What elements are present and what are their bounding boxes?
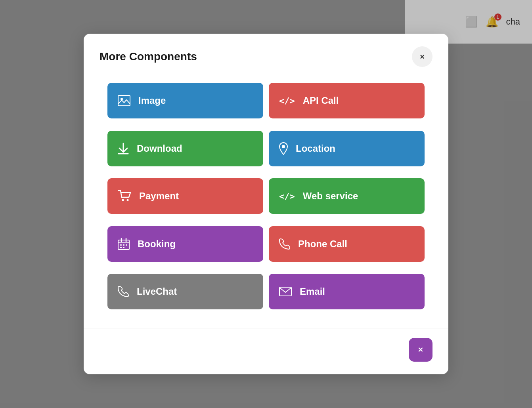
component-image-button[interactable]: Image	[107, 83, 263, 118]
image-icon	[118, 95, 130, 106]
svg-point-4	[122, 199, 124, 201]
svg-rect-15	[279, 287, 291, 296]
components-grid: Image </> API Call Download	[84, 75, 448, 328]
component-web-service-button[interactable]: </> Web service	[269, 178, 425, 214]
component-email-button[interactable]: Email	[269, 274, 425, 309]
email-label: Email	[300, 286, 325, 297]
download-label: Download	[137, 143, 182, 154]
modal-title: More Components	[100, 50, 197, 63]
svg-rect-13	[120, 247, 122, 248]
svg-rect-10	[120, 244, 122, 246]
phone-icon	[279, 238, 290, 250]
svg-rect-12	[126, 244, 127, 246]
more-components-modal: More Components × Image </> API Call	[84, 34, 448, 374]
calendar-icon	[118, 238, 130, 250]
svg-rect-14	[123, 247, 124, 248]
footer-close-button[interactable]: ×	[409, 338, 432, 362]
web-service-label: Web service	[303, 191, 358, 202]
email-icon	[279, 287, 292, 296]
location-label: Location	[296, 143, 335, 154]
livechat-phone-icon	[118, 286, 129, 297]
component-livechat-button[interactable]: LiveChat	[107, 274, 263, 309]
api-call-label: API Call	[303, 95, 339, 106]
modal-close-button[interactable]: ×	[412, 46, 432, 67]
component-download-button[interactable]: Download	[107, 131, 263, 166]
svg-rect-11	[123, 244, 124, 246]
code-icon-ws: </>	[279, 191, 295, 201]
booking-label: Booking	[138, 238, 176, 250]
component-booking-button[interactable]: Booking	[107, 226, 263, 262]
location-icon	[279, 142, 288, 155]
livechat-label: LiveChat	[137, 286, 177, 297]
component-api-call-button[interactable]: </> API Call	[269, 83, 425, 118]
cart-icon	[118, 190, 131, 202]
phone-call-label: Phone Call	[298, 238, 347, 250]
modal-header: More Components ×	[84, 34, 448, 75]
svg-point-5	[127, 199, 129, 201]
svg-rect-0	[118, 95, 130, 106]
modal-overlay: More Components × Image </> API Call	[0, 0, 532, 408]
modal-footer: ×	[84, 328, 448, 374]
component-location-button[interactable]: Location	[269, 131, 425, 166]
component-phone-call-button[interactable]: Phone Call	[269, 226, 425, 262]
component-payment-button[interactable]: Payment	[107, 178, 263, 214]
code-icon: </>	[279, 96, 295, 106]
svg-point-3	[282, 145, 285, 148]
payment-label: Payment	[139, 191, 179, 202]
download-icon	[118, 143, 129, 154]
image-label: Image	[138, 95, 166, 106]
